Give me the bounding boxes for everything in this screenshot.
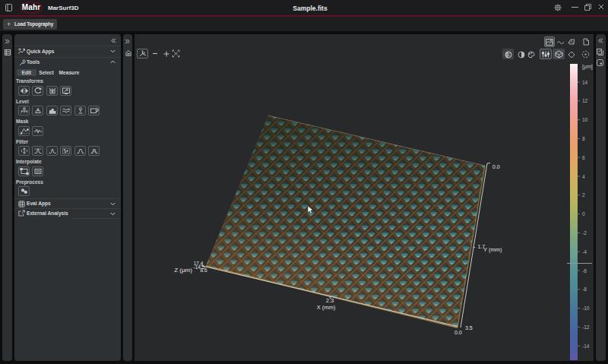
svg-text:0.0: 0.0	[454, 330, 462, 335]
svg-text:[µm]: [µm]	[582, 64, 593, 70]
svg-text:4: 4	[582, 174, 585, 179]
svg-text:0: 0	[582, 211, 585, 217]
svg-text:0.0: 0.0	[492, 164, 500, 169]
svg-text:-14: -14	[582, 343, 590, 349]
svg-text:6: 6	[582, 155, 585, 160]
svg-text:-10: -10	[582, 305, 590, 311]
svg-text:-6: -6	[582, 268, 587, 274]
svg-text:-4: -4	[582, 249, 587, 255]
svg-text:8.6: 8.6	[200, 267, 207, 273]
svg-text:-8: -8	[582, 286, 587, 292]
svg-text:2: 2	[582, 192, 585, 198]
svg-text:8: 8	[582, 136, 585, 141]
svg-text:10: 10	[582, 117, 588, 122]
svg-text:12: 12	[582, 98, 588, 103]
svg-text:Y (mm): Y (mm)	[483, 246, 502, 253]
svg-text:-12: -12	[582, 324, 590, 330]
svg-text:Z (µm): Z (µm)	[174, 267, 192, 274]
svg-text:14: 14	[582, 80, 588, 85]
svg-text:3.5: 3.5	[465, 325, 473, 331]
svg-text:X (mm): X (mm)	[317, 304, 336, 311]
svg-text:-2: -2	[582, 230, 587, 236]
svg-text:2.3: 2.3	[326, 297, 334, 304]
